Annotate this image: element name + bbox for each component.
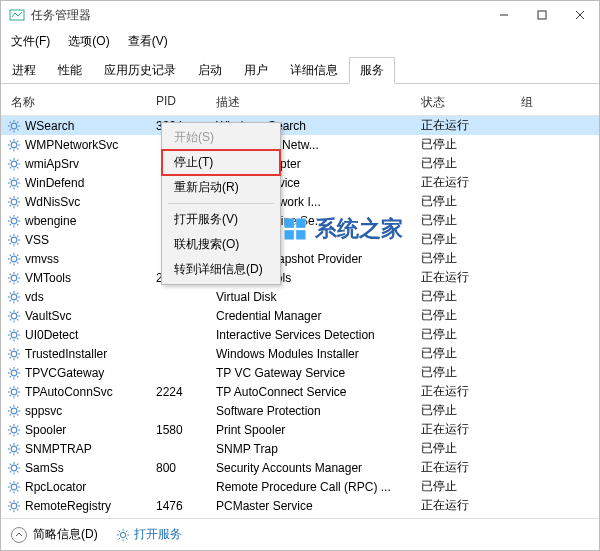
service-row[interactable]: vdsVirtual Disk已停止 <box>1 287 599 306</box>
service-row[interactable]: WSearch3904Windows Search正在运行 <box>1 116 599 135</box>
tab-users[interactable]: 用户 <box>233 57 279 84</box>
menu-search-online[interactable]: 联机搜索(O) <box>162 232 280 257</box>
service-row[interactable]: VSS Copy已停止 <box>1 230 599 249</box>
service-status: 已停止 <box>421 136 521 153</box>
svg-line-132 <box>17 376 18 377</box>
service-icon <box>7 309 21 323</box>
tab-processes[interactable]: 进程 <box>1 57 47 84</box>
menubar: 文件(F) 选项(O) 查看(V) <box>1 29 599 54</box>
svg-line-143 <box>10 395 11 396</box>
service-icon <box>7 271 21 285</box>
service-pid: 2224 <box>156 385 216 399</box>
svg-line-115 <box>17 330 18 331</box>
svg-line-61 <box>17 216 18 217</box>
service-row[interactable]: UI0DetectInteractive Services Detection已… <box>1 325 599 344</box>
menu-start: 开始(S) <box>162 125 280 150</box>
svg-line-106 <box>17 311 18 312</box>
service-name: TPAutoConnSvc <box>25 385 113 399</box>
service-desc: Virtual Disk <box>216 290 421 304</box>
menu-stop[interactable]: 停止(T) <box>162 150 280 175</box>
svg-point-54 <box>11 218 17 224</box>
tab-performance[interactable]: 性能 <box>47 57 93 84</box>
minimize-button[interactable] <box>485 1 523 29</box>
service-desc: Windows Modules Installer <box>216 347 421 361</box>
tab-details[interactable]: 详细信息 <box>279 57 349 84</box>
service-icon <box>7 328 21 342</box>
service-icon <box>7 480 21 494</box>
service-icon <box>7 176 21 190</box>
service-row[interactable]: VMTools2016VMware Tools正在运行 <box>1 268 599 287</box>
service-row[interactable]: TrustedInstallerWindows Modules Installe… <box>1 344 599 363</box>
svg-line-150 <box>17 414 18 415</box>
fewer-details-button[interactable]: 简略信息(D) <box>11 526 98 543</box>
svg-line-79 <box>17 254 18 255</box>
svg-line-51 <box>17 205 18 206</box>
service-status: 正在运行 <box>421 383 521 400</box>
maximize-button[interactable] <box>523 1 561 29</box>
menu-options[interactable]: 选项(O) <box>64 31 113 52</box>
tab-app-history[interactable]: 应用历史记录 <box>93 57 187 84</box>
svg-line-96 <box>17 300 18 301</box>
svg-point-126 <box>11 370 17 376</box>
svg-line-141 <box>17 395 18 396</box>
header-desc[interactable]: 描述 <box>216 94 421 111</box>
menu-view[interactable]: 查看(V) <box>124 31 172 52</box>
service-name: VSS <box>25 233 49 247</box>
open-services-link[interactable]: 打开服务 <box>116 526 182 543</box>
svg-point-144 <box>11 408 17 414</box>
service-name: WinDefend <box>25 176 84 190</box>
service-row[interactable]: SNMPTRAPSNMP Trap已停止 <box>1 439 599 458</box>
service-name: wmiApSrv <box>25 157 79 171</box>
svg-point-108 <box>11 332 17 338</box>
service-row[interactable]: WMPNetworkSvc ledia Player Netw...已停止 <box>1 135 599 154</box>
menu-file[interactable]: 文件(F) <box>7 31 54 52</box>
header-group[interactable]: 组 <box>521 94 599 111</box>
menu-open-services[interactable]: 打开服务(V) <box>162 207 280 232</box>
service-row[interactable]: vmvssVMware Snapshot Provider已停止 <box>1 249 599 268</box>
service-row[interactable]: WinDefend efender Service正在运行 <box>1 173 599 192</box>
svg-line-114 <box>17 338 18 339</box>
svg-line-179 <box>10 471 11 472</box>
service-desc: Software Protection <box>216 404 421 418</box>
svg-line-124 <box>17 349 18 350</box>
service-icon <box>7 404 21 418</box>
svg-line-95 <box>10 292 11 293</box>
svg-line-69 <box>17 243 18 244</box>
header-status[interactable]: 状态 <box>421 94 521 111</box>
service-row[interactable]: TPAutoConnSvc2224TP AutoConnect Service正… <box>1 382 599 401</box>
service-row[interactable]: RpcLocatorRemote Procedure Call (RPC) ..… <box>1 477 599 496</box>
tab-services[interactable]: 服务 <box>349 57 395 84</box>
service-name: SNMPTRAP <box>25 442 92 456</box>
svg-rect-2 <box>538 11 546 19</box>
service-row[interactable]: WdNisSvc efender Network I...已停止 <box>1 192 599 211</box>
svg-line-34 <box>17 159 18 160</box>
service-row[interactable]: sppsvcSoftware Protection已停止 <box>1 401 599 420</box>
svg-line-195 <box>17 509 18 510</box>
service-list: 开始(S) 停止(T) 重新启动(R) 打开服务(V) 联机搜索(O) 转到详细… <box>1 116 599 518</box>
service-row[interactable]: wbengine Backup Engine Se...已停止 <box>1 211 599 230</box>
svg-point-81 <box>11 275 17 281</box>
svg-line-89 <box>10 281 11 282</box>
svg-line-149 <box>10 406 11 407</box>
svg-line-62 <box>10 224 11 225</box>
tab-startup[interactable]: 启动 <box>187 57 233 84</box>
service-row[interactable]: wmiApSrv rmance Adapter已停止 <box>1 154 599 173</box>
service-row[interactable]: TPVCGatewayTP VC Gateway Service已停止 <box>1 363 599 382</box>
svg-point-18 <box>11 142 17 148</box>
service-row[interactable]: SamSs800Security Accounts Manager正在运行 <box>1 458 599 477</box>
service-row[interactable]: VaultSvcCredential Manager已停止 <box>1 306 599 325</box>
close-button[interactable] <box>561 1 599 29</box>
menu-goto-details[interactable]: 转到详细信息(D) <box>162 257 280 282</box>
svg-line-53 <box>10 205 11 206</box>
service-row[interactable]: RemoteRegistry1476PCMaster Service正在运行 <box>1 496 599 515</box>
service-desc: SNMP Trap <box>216 442 421 456</box>
service-row[interactable]: Spooler1580Print Spooler正在运行 <box>1 420 599 439</box>
context-menu: 开始(S) 停止(T) 重新启动(R) 打开服务(V) 联机搜索(O) 转到详细… <box>161 122 281 285</box>
service-icon <box>7 442 21 456</box>
service-icon <box>7 347 21 361</box>
menu-restart[interactable]: 重新启动(R) <box>162 175 280 200</box>
svg-point-162 <box>11 446 17 452</box>
svg-line-116 <box>10 338 11 339</box>
header-pid[interactable]: PID <box>156 94 216 111</box>
header-name[interactable]: 名称 <box>1 94 156 111</box>
